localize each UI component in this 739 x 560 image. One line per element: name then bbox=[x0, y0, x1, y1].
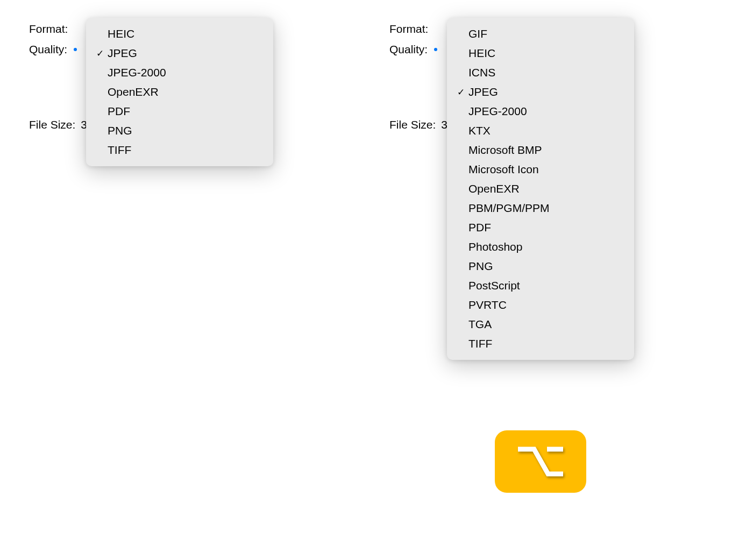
dropdown-item[interactable]: GIF bbox=[447, 24, 634, 44]
dropdown-item[interactable]: PostScript bbox=[447, 276, 634, 295]
quality-row: Quality: bbox=[389, 43, 447, 56]
option-key-icon bbox=[495, 430, 586, 493]
checkmark-icon: ✓ bbox=[453, 87, 468, 98]
format-dropdown-left[interactable]: HEIC✓JPEGJPEG-2000OpenEXRPDFPNGTIFF bbox=[86, 18, 273, 166]
dropdown-item[interactable]: PDF bbox=[86, 102, 273, 121]
dropdown-item[interactable]: HEIC bbox=[86, 24, 273, 44]
dropdown-item[interactable]: TIFF bbox=[447, 334, 634, 353]
option-key-glyph bbox=[514, 443, 567, 480]
dropdown-item-label: HEIC bbox=[108, 27, 260, 40]
dropdown-item-label: OpenEXR bbox=[108, 86, 260, 98]
dropdown-item[interactable]: HEIC bbox=[447, 44, 634, 63]
filesize-row: File Size: 3 bbox=[29, 118, 87, 131]
dropdown-item[interactable]: TIFF bbox=[86, 140, 273, 160]
dropdown-item[interactable]: TGA bbox=[447, 315, 634, 334]
dropdown-item[interactable]: JPEG-2000 bbox=[447, 102, 634, 121]
dropdown-item[interactable]: OpenEXR bbox=[447, 179, 634, 199]
filesize-label: File Size: bbox=[29, 118, 75, 131]
quality-slider-indicator[interactable] bbox=[74, 48, 77, 51]
dropdown-item-label: TIFF bbox=[108, 144, 260, 157]
dropdown-item-label: PDF bbox=[468, 221, 621, 234]
dropdown-item-label: JPEG bbox=[468, 86, 621, 98]
dropdown-item-label: ICNS bbox=[468, 66, 621, 79]
dropdown-item-label: PVRTC bbox=[468, 299, 621, 311]
format-row: Format: bbox=[389, 23, 447, 36]
dropdown-item[interactable]: Photoshop bbox=[447, 237, 634, 257]
quality-row: Quality: bbox=[29, 43, 87, 56]
filesize-row: File Size: 3 bbox=[389, 118, 447, 131]
dropdown-item-label: TIFF bbox=[468, 337, 621, 350]
format-row: Format: bbox=[29, 23, 87, 36]
dropdown-item-label: JPEG-2000 bbox=[108, 66, 260, 79]
dropdown-item-label: JPEG bbox=[108, 47, 260, 60]
filesize-label: File Size: bbox=[389, 118, 436, 131]
dropdown-item[interactable]: PNG bbox=[86, 121, 273, 140]
dropdown-item-label: TGA bbox=[468, 318, 621, 331]
quality-label: Quality: bbox=[29, 43, 67, 56]
dropdown-item[interactable]: ✓JPEG bbox=[86, 44, 273, 63]
dropdown-item-label: PNG bbox=[108, 124, 260, 137]
dropdown-item[interactable]: ICNS bbox=[447, 63, 634, 82]
format-label: Format: bbox=[29, 23, 68, 36]
dropdown-item[interactable]: PBM/PGM/PPM bbox=[447, 199, 634, 218]
dropdown-item-label: GIF bbox=[468, 27, 621, 40]
dropdown-item-label: Microsoft BMP bbox=[468, 144, 621, 157]
dropdown-item-label: OpenEXR bbox=[468, 182, 621, 195]
dropdown-item-label: KTX bbox=[468, 124, 621, 137]
export-panel-right: Format: Quality: File Size: 3 bbox=[389, 23, 447, 139]
dropdown-item-label: Microsoft Icon bbox=[468, 163, 621, 176]
dropdown-item[interactable]: Microsoft BMP bbox=[447, 140, 634, 160]
checkmark-icon: ✓ bbox=[93, 48, 108, 59]
dropdown-item[interactable]: JPEG-2000 bbox=[86, 63, 273, 82]
format-dropdown-right[interactable]: GIFHEICICNS✓JPEGJPEG-2000KTXMicrosoft BM… bbox=[447, 18, 634, 360]
dropdown-item[interactable]: PVRTC bbox=[447, 295, 634, 315]
dropdown-item-label: HEIC bbox=[468, 47, 621, 60]
dropdown-item-label: JPEG-2000 bbox=[468, 105, 621, 118]
dropdown-item-label: Photoshop bbox=[468, 240, 621, 253]
format-label: Format: bbox=[389, 23, 428, 36]
export-panel-left: Format: Quality: File Size: 3 bbox=[29, 23, 87, 139]
dropdown-item-label: PBM/PGM/PPM bbox=[468, 202, 621, 215]
dropdown-item-label: PostScript bbox=[468, 279, 621, 292]
dropdown-item-label: PNG bbox=[468, 260, 621, 273]
quality-label: Quality: bbox=[389, 43, 428, 56]
dropdown-item[interactable]: PNG bbox=[447, 257, 634, 276]
dropdown-item[interactable]: ✓JPEG bbox=[447, 82, 634, 102]
dropdown-item[interactable]: OpenEXR bbox=[86, 82, 273, 102]
dropdown-item[interactable]: PDF bbox=[447, 218, 634, 237]
quality-slider-indicator[interactable] bbox=[434, 48, 437, 51]
dropdown-item[interactable]: KTX bbox=[447, 121, 634, 140]
dropdown-item[interactable]: Microsoft Icon bbox=[447, 160, 634, 179]
dropdown-item-label: PDF bbox=[108, 105, 260, 118]
